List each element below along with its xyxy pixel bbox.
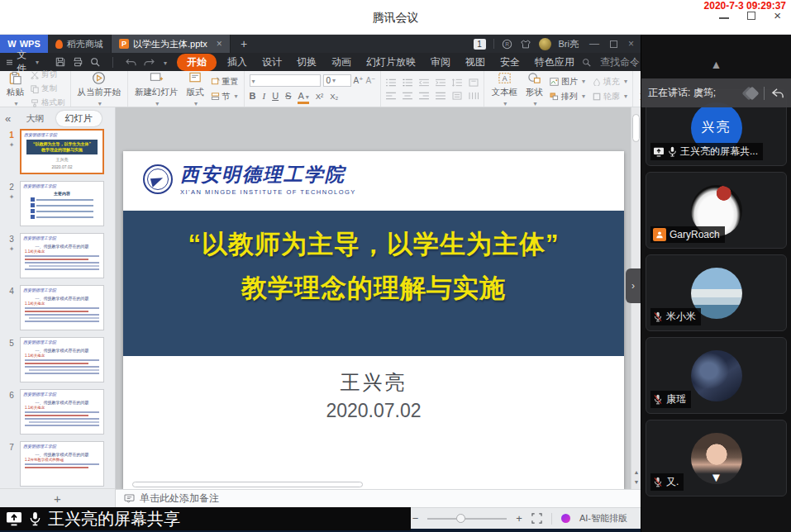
next-slide-button[interactable]: ▼ <box>634 479 640 485</box>
line-spacing-icon[interactable] <box>452 78 462 87</box>
copy-button[interactable]: 复制 <box>31 83 65 94</box>
zoom-in-button[interactable]: + <box>516 512 522 525</box>
participant-tile[interactable]: 又. <box>646 420 787 496</box>
new-tab-button[interactable]: + <box>231 37 257 50</box>
zoom-slider-knob[interactable] <box>456 514 465 523</box>
menu-slideshow[interactable]: 幻灯片放映 <box>359 54 423 71</box>
slide-thumb-6[interactable]: 6 西安明德理工学院 一、传统教学模式存在的问题 1.1相关概念 <box>3 389 115 435</box>
maximize-icon[interactable] <box>747 12 755 20</box>
slide-thumb-3[interactable]: 3✦ 西安明德理工学院 一、传统教学模式存在的问题 1.1相关概念 <box>3 233 115 278</box>
print-icon[interactable] <box>73 57 83 67</box>
menu-transition[interactable]: 切换 <box>289 54 324 71</box>
align-left-icon[interactable] <box>386 92 396 100</box>
participant-tile[interactable]: 米小米 <box>646 254 787 331</box>
fit-slide-button[interactable] <box>531 513 542 524</box>
zoom-out-button[interactable]: − <box>412 512 419 525</box>
increase-font-button[interactable]: A⁺ <box>354 76 364 85</box>
increase-indent-icon[interactable] <box>436 78 446 87</box>
bullet-list-icon[interactable] <box>386 78 396 87</box>
menu-home[interactable]: 开始 <box>177 54 217 71</box>
decrease-indent-icon[interactable] <box>419 78 429 87</box>
panel-collapse-handle[interactable]: › <box>626 268 641 303</box>
new-slide-button[interactable]: 新建幻灯片 <box>133 71 180 107</box>
tab-docer-store[interactable]: 稻壳商城 <box>48 35 112 53</box>
horizontal-scrollbar[interactable] <box>122 482 624 487</box>
justify-icon[interactable] <box>436 92 446 100</box>
slide-thumb-7[interactable]: 7 西安明德理工学院 一、传统教学模式存在的问题 1.2传统教学模式的弊端 <box>3 441 115 487</box>
current-slide[interactable]: 西安明德理工学院 XI'AN MINGDE INSTITUTE OF TECHN… <box>123 151 624 489</box>
font-color-button[interactable]: A <box>298 92 308 104</box>
fill-button[interactable]: 填充 <box>593 76 627 88</box>
play-from-current-button[interactable]: 从当前开始 <box>76 71 123 107</box>
menu-special-apps[interactable]: 特色应用 <box>527 54 582 71</box>
menu-review[interactable]: 审阅 <box>423 54 458 71</box>
outline-button[interactable]: 轮廓 <box>593 91 627 102</box>
minimize-icon[interactable] <box>719 17 729 19</box>
reply-arrow-icon[interactable] <box>771 88 784 99</box>
menu-view[interactable]: 视图 <box>458 54 493 71</box>
wps-close-icon[interactable]: × <box>628 38 634 50</box>
shapes-button[interactable]: 形状 <box>524 71 545 107</box>
font-name-input[interactable] <box>250 74 321 87</box>
picture-button[interactable]: 图片 <box>550 76 585 88</box>
menu-animation[interactable]: 动画 <box>324 54 359 71</box>
wps-restore-icon[interactable] <box>610 40 617 48</box>
participant-tile[interactable]: 康瑶 <box>646 337 787 414</box>
slide-thumb-1[interactable]: 1✦ 西安明德理工学院 “以教师为主导，以学生为主体”教学理念的理解与实施 王兴… <box>3 129 115 174</box>
member-icon[interactable]: R <box>502 39 512 50</box>
scroll-up-icon[interactable]: ▲ <box>711 58 722 71</box>
scrollbar-thumb[interactable] <box>132 482 363 487</box>
tab-close-icon[interactable]: × <box>217 38 222 50</box>
tab-slides[interactable]: 幻灯片 <box>56 111 102 126</box>
arrange-button[interactable]: 排列 <box>550 91 585 102</box>
font-size-input[interactable]: 0 <box>323 74 351 87</box>
notes-bar[interactable]: 单击此处添加备注 <box>116 489 641 507</box>
distribute-icon[interactable] <box>452 92 462 100</box>
preview-icon[interactable] <box>90 57 100 67</box>
paste-button[interactable]: 粘贴 <box>5 71 26 107</box>
columns-icon[interactable] <box>469 92 479 100</box>
text-direction-icon[interactable] <box>469 78 479 87</box>
close-icon[interactable]: × <box>774 11 781 21</box>
reset-button[interactable]: 重置 <box>211 76 239 88</box>
redo-icon[interactable] <box>144 58 155 67</box>
cut-button[interactable]: 剪切 <box>31 69 65 80</box>
previous-slide-button[interactable]: ▲ <box>634 469 640 475</box>
add-slide-button[interactable]: + <box>0 488 115 507</box>
layout-button[interactable]: 版式 <box>185 71 206 107</box>
align-right-icon[interactable] <box>419 92 429 100</box>
decrease-font-button[interactable]: A⁻ <box>365 76 375 85</box>
tab-document[interactable]: P 以学生为主体.pptx × <box>112 35 231 53</box>
align-center-icon[interactable] <box>403 92 412 100</box>
save-icon[interactable] <box>55 57 65 67</box>
italic-button[interactable]: I <box>262 91 265 101</box>
participant-tile[interactable]: GaryRoach <box>646 172 787 249</box>
collapse-panel-button[interactable]: « <box>5 112 11 125</box>
number-list-icon[interactable] <box>403 78 412 87</box>
section-button[interactable]: 节 <box>211 91 239 102</box>
scrollbar-thumb[interactable] <box>632 114 640 142</box>
docer-skin-icon[interactable] <box>520 39 531 50</box>
undo-icon[interactable] <box>126 58 136 67</box>
quickbar-more-icon[interactable] <box>162 56 167 68</box>
slide-thumb-4[interactable]: 4 西安明德理工学院 一、传统教学模式存在的问题 1.1相关概念 <box>3 285 115 330</box>
account-name[interactable]: Bri亮 <box>559 38 579 50</box>
ai-layout-label[interactable]: AI-智能排版 <box>579 512 627 525</box>
text-box-button[interactable]: A 文本框 <box>489 71 519 107</box>
menu-security[interactable]: 安全 <box>493 54 527 71</box>
menu-design[interactable]: 设计 <box>255 54 289 71</box>
bold-button[interactable]: B <box>250 91 256 101</box>
slide-thumb-2[interactable]: 2✦ 西安明德理工学院 主要内容 <box>3 181 115 226</box>
tab-outline[interactable]: 大纲 <box>20 111 51 126</box>
superscript-button[interactable]: X² <box>316 92 324 101</box>
slide-thumb-5[interactable]: 5 西安明德理工学院 一、传统教学模式存在的问题 1.1相关概念 <box>3 337 115 382</box>
strike-button[interactable]: S <box>285 91 291 101</box>
subscript-button[interactable]: X₂ <box>330 92 338 101</box>
underline-button[interactable]: U <box>272 91 279 101</box>
doc-count-badge[interactable]: 1 <box>474 39 486 50</box>
wps-minimize-icon[interactable]: — <box>589 38 599 50</box>
account-avatar[interactable] <box>539 38 551 50</box>
scroll-down-icon[interactable]: ▼ <box>710 470 722 484</box>
zoom-slider[interactable] <box>427 518 507 520</box>
menu-insert[interactable]: 插入 <box>220 54 255 71</box>
